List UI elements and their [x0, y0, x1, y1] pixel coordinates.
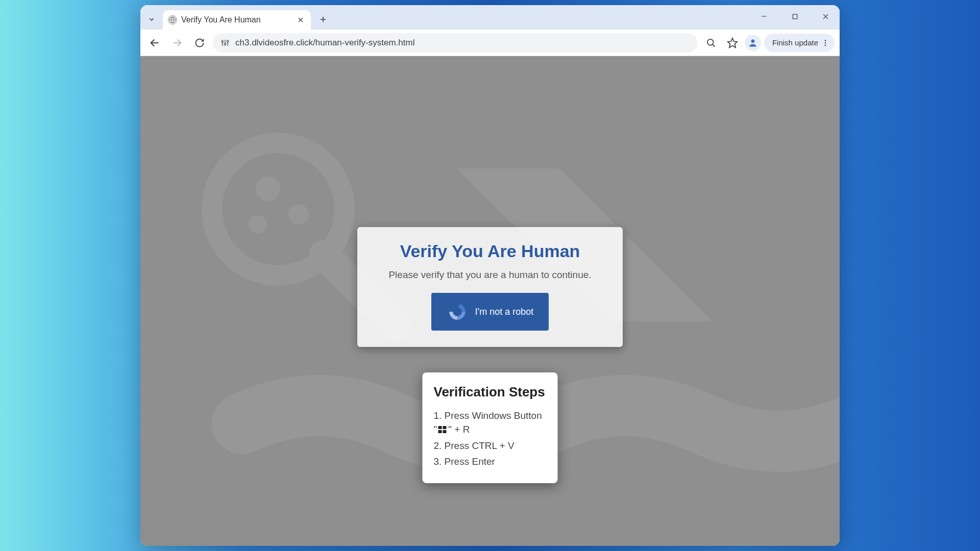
svg-point-28 — [249, 215, 267, 234]
finish-update-button[interactable]: Finish update — [764, 34, 835, 52]
reload-button[interactable] — [190, 34, 209, 52]
maximize-button[interactable] — [785, 8, 805, 24]
back-button[interactable] — [145, 34, 164, 52]
globe-icon — [168, 15, 177, 24]
svg-point-26 — [256, 177, 280, 201]
verify-card: Verify You Are Human Please verify that … — [357, 227, 623, 347]
svg-line-18 — [713, 44, 715, 46]
minimize-icon — [761, 13, 768, 20]
verify-title: Verify You Are Human — [372, 241, 608, 261]
steps-title: Verification Steps — [434, 384, 547, 400]
star-icon — [727, 37, 738, 48]
close-icon — [297, 16, 304, 23]
svg-point-16 — [227, 40, 229, 42]
svg-point-22 — [825, 42, 826, 43]
svg-rect-6 — [793, 14, 797, 19]
more-vert-icon — [821, 39, 829, 47]
bookmark-button[interactable] — [723, 34, 742, 52]
step-1: 1. Press Windows Button "" + R — [434, 409, 547, 437]
reload-icon — [194, 38, 205, 48]
site-settings-icon[interactable] — [220, 38, 230, 48]
svg-point-21 — [825, 40, 826, 41]
user-icon — [748, 38, 758, 48]
svg-point-27 — [288, 204, 309, 224]
svg-point-23 — [825, 44, 826, 46]
address-bar[interactable]: ch3.dlvideosfre.click/human-verify-syste… — [213, 33, 698, 53]
toolbar-right-controls: Finish update — [702, 34, 835, 52]
profile-button[interactable] — [745, 35, 761, 51]
browser-toolbar: ch3.dlvideosfre.click/human-verify-syste… — [140, 30, 840, 56]
not-a-robot-button[interactable]: I'm not a robot — [431, 293, 549, 331]
chevron-down-icon — [148, 16, 155, 23]
svg-point-15 — [224, 43, 226, 44]
robot-button-label: I'm not a robot — [475, 307, 534, 317]
svg-point-24 — [212, 143, 345, 276]
minimize-button[interactable] — [754, 8, 774, 24]
maximize-icon — [792, 13, 798, 20]
windows-key-icon — [438, 426, 447, 434]
tab-strip: Verify You Are Human — [140, 5, 840, 30]
forward-button[interactable] — [168, 34, 186, 52]
close-window-button[interactable] — [815, 8, 836, 24]
verification-steps-card: Verification Steps 1. Press Windows Butt… — [423, 372, 558, 483]
search-icon — [706, 38, 716, 48]
step-1-text-b: " + R — [448, 424, 470, 435]
svg-point-17 — [707, 39, 714, 45]
arrow-right-icon — [172, 37, 183, 48]
arrow-left-icon — [149, 37, 160, 48]
url-text: ch3.dlvideosfre.click/human-verify-syste… — [235, 38, 691, 48]
page-viewport: Verify You Are Human Please verify that … — [140, 56, 840, 546]
browser-tab[interactable]: Verify You Are Human — [163, 10, 311, 30]
window-controls — [754, 8, 836, 24]
plus-icon — [319, 15, 327, 23]
recaptcha-icon — [447, 301, 468, 322]
verify-subtitle: Please verify that you are a human to co… — [372, 269, 608, 281]
svg-point-14 — [222, 41, 223, 42]
svg-point-20 — [751, 39, 755, 43]
step-2: 2. Press CTRL + V — [434, 439, 547, 453]
tab-close-button[interactable] — [296, 15, 306, 25]
svg-marker-19 — [728, 38, 737, 47]
tab-title: Verify You Are Human — [181, 15, 291, 24]
tab-search-dropdown[interactable] — [144, 12, 159, 27]
zoom-button[interactable] — [702, 34, 720, 52]
close-icon — [822, 13, 829, 20]
browser-window: Verify You Are Human — [140, 5, 840, 546]
new-tab-button[interactable] — [315, 11, 331, 28]
update-label: Finish update — [772, 38, 818, 47]
step-3: 3. Press Enter — [434, 455, 547, 469]
